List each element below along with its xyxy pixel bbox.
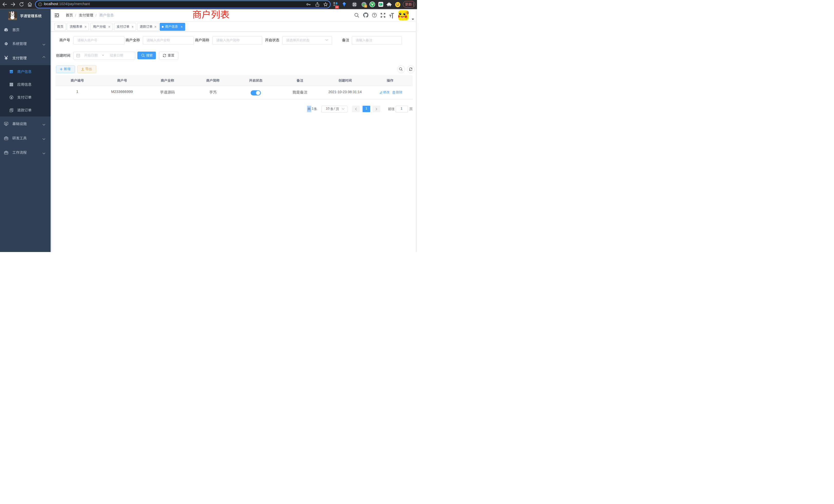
svg-text:1: 1 <box>365 5 366 7</box>
